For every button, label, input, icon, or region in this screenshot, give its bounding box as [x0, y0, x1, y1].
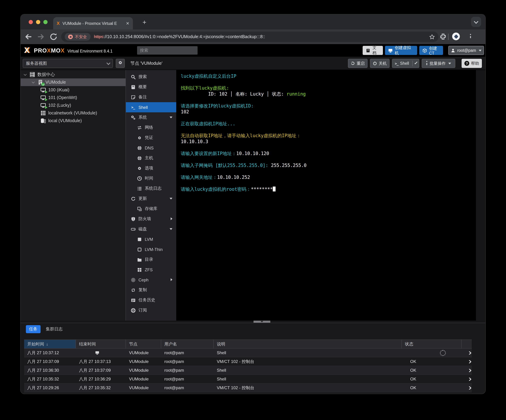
menu-item-ceph[interactable]: Ceph [126, 275, 176, 285]
tab-search-button[interactable] [471, 17, 481, 27]
gear-icon [137, 166, 142, 171]
task-row[interactable]: 八月 27 10:35:32八月 27 10:36:29VUModuleroot… [24, 375, 472, 384]
menu-item-repositories[interactable]: 存储库 [126, 204, 176, 214]
maximize-window-button[interactable] [43, 20, 47, 24]
menu-item-search[interactable]: 搜索 [126, 72, 176, 82]
menu-item-zfs[interactable]: ZFS [126, 264, 176, 275]
extensions-puzzle-icon[interactable] [439, 33, 447, 41]
row-chevron-icon[interactable] [467, 369, 471, 372]
menu-item-subscription[interactable]: 订阅 [126, 305, 176, 315]
cell-node: VUModule [126, 385, 161, 390]
create-vm-button[interactable]: 创建虚拟机 [385, 46, 417, 55]
task-row[interactable]: 八月 27 10:29:26八月 27 10:35:32VUModuleroot… [24, 384, 472, 392]
menu-item-updates[interactable]: 更新 [126, 194, 176, 204]
shell-button[interactable]: >_Shell [392, 59, 419, 68]
help-button[interactable]: ?帮助 [462, 59, 482, 68]
row-chevron-icon[interactable] [467, 351, 471, 354]
menu-item-time[interactable]: 时间 [126, 173, 176, 183]
collapse-handle[interactable] [253, 321, 270, 323]
menu-item-options[interactable]: 选项 [126, 163, 176, 173]
menu-item-replication[interactable]: 复制 [126, 285, 176, 295]
column-header-6[interactable]: 状态 [402, 340, 462, 348]
close-window-button[interactable] [29, 20, 33, 24]
menu-item-disks[interactable]: 磁盘 [126, 224, 176, 234]
tab-tasks[interactable]: 任务 [26, 325, 40, 333]
console-monitor-icon [95, 351, 100, 355]
menu-item-syslog[interactable]: 系统日志 [126, 183, 176, 194]
panel-splitter[interactable] [21, 321, 485, 323]
minimize-window-button[interactable] [36, 20, 40, 24]
running-play-icon [45, 98, 47, 101]
menu-item-shell[interactable]: >_Shell [126, 102, 176, 112]
menu-item-summary[interactable]: 概要 [126, 82, 176, 92]
menu-item-certificates[interactable]: 凭证 [126, 133, 176, 143]
column-header-1[interactable]: 开始时间↓ [24, 340, 76, 348]
server-view-select[interactable]: 服务器视图 [23, 59, 113, 68]
shutdown-button[interactable]: 关机 [370, 59, 390, 68]
browser-menu-kebab-icon[interactable] [467, 33, 474, 40]
global-search-input[interactable] [137, 46, 198, 54]
sidebar-gear-button[interactable] [116, 59, 125, 68]
expand-caret-icon[interactable] [24, 73, 27, 76]
row-chevron-icon[interactable] [467, 378, 471, 381]
cell-user: root@pam [161, 350, 214, 355]
menu-item-notes[interactable]: 备注 [126, 92, 176, 102]
caret-right-icon[interactable] [171, 217, 172, 220]
vm-icon [40, 87, 46, 93]
task-row[interactable]: 八月 27 10:36:30八月 27 10:37:09VUModuleroot… [24, 366, 472, 375]
cell-node: VUModule [126, 377, 161, 381]
caret-down-icon[interactable] [170, 198, 172, 199]
menu-item-lvm-thin[interactable]: LVM-Thin [126, 244, 176, 254]
tree-item-localnetwork[interactable]: localnetwork (VUModule) [21, 109, 126, 117]
menu-item-task-history[interactable]: 任务历史 [126, 295, 176, 305]
menu-item-dns[interactable]: DNS [126, 143, 176, 153]
menu-item-directory[interactable]: 目录 [126, 254, 176, 264]
task-row[interactable]: 八月 27 10:37:12VUModuleroot@pamShell [24, 349, 472, 357]
menu-item-lvm[interactable]: LVM [126, 234, 176, 244]
url-bar[interactable]: 不安全 https://10.10.10.254:8006/#v1:0:=nod… [61, 32, 439, 42]
column-header-5[interactable]: 说明 [214, 340, 402, 348]
chevron-down-icon[interactable] [414, 61, 417, 64]
tree-item-vm-100[interactable]: 100 (iKuai) [21, 86, 126, 94]
bulk-actions-button[interactable]: 批量操作 [422, 59, 455, 68]
profile-avatar[interactable] [452, 33, 460, 40]
tab-close-icon[interactable]: ✕ [126, 21, 129, 25]
new-tab-button[interactable]: + [140, 18, 149, 27]
column-header-2[interactable]: 结束时间 [76, 340, 126, 348]
shell-console[interactable]: lucky虚拟机自定义后台IP 找到以下lucky虚拟机: ID: 102 │ … [176, 70, 476, 321]
column-header-4[interactable]: 用户名 [161, 340, 214, 348]
forward-button[interactable] [37, 33, 45, 41]
tree-item-label: 100 (iKuai) [48, 88, 69, 92]
create-ct-button[interactable]: 创建 CT [419, 46, 443, 55]
row-chevron-icon[interactable] [467, 386, 471, 389]
menu-item-network[interactable]: 网络 [126, 122, 176, 133]
user-menu-button[interactable]: root@pam [448, 46, 484, 55]
task-row[interactable]: 八月 27 10:37:09八月 27 10:37:13VUModuleroot… [24, 357, 472, 366]
reload-button[interactable] [49, 33, 58, 41]
expand-caret-icon[interactable] [32, 80, 35, 83]
menu-item-hosts[interactable]: 主机 [126, 153, 176, 163]
tree-item-vumodule[interactable]: VUModule [21, 78, 126, 86]
browser-tab[interactable]: X VUModule - Proxmox Virtual E ✕ [53, 17, 133, 29]
back-button[interactable] [24, 33, 33, 41]
tree-item-vm-102[interactable]: 102 (Lucky) [21, 102, 126, 109]
caret-right-icon[interactable] [171, 278, 172, 281]
tab-cluster-log[interactable]: 集群日志 [43, 325, 66, 333]
row-chevron-icon[interactable] [467, 360, 471, 363]
tree-item-local-storage[interactable]: local (VUModule) [21, 117, 126, 125]
bookmark-star-icon[interactable] [429, 34, 435, 40]
tree-item-label: 101 (OpenWrt) [48, 95, 77, 100]
tree-item-vm-101[interactable]: 101 (OpenWrt) [21, 94, 126, 102]
menu-item-label: LVM-Thin [145, 247, 163, 252]
reboot-button[interactable]: 重启 [348, 59, 367, 68]
node-title: 节点 'VUModule' [130, 61, 162, 67]
menu-item-firewall[interactable]: 防火墙 [126, 214, 176, 224]
column-header-3[interactable]: 节点 [126, 340, 161, 348]
tree-item-datacenter[interactable]: 数据中心 [21, 71, 126, 78]
menu-item-system[interactable]: 系统 [126, 112, 176, 122]
documentation-button[interactable]: 文档 [363, 46, 383, 55]
security-badge[interactable]: 不安全 [65, 33, 90, 41]
caret-down-icon[interactable] [170, 116, 172, 118]
cell-status: OK [402, 385, 462, 390]
caret-down-icon[interactable] [170, 228, 172, 230]
